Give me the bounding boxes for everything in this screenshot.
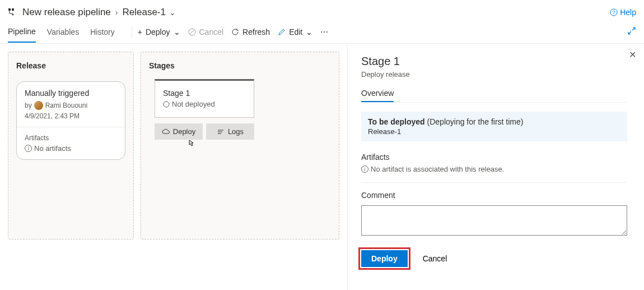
chevron-down-icon: ⌄ xyxy=(306,27,312,36)
artifacts-label: Artifacts xyxy=(25,134,117,142)
status-bold: To be deployed xyxy=(368,117,425,126)
svg-rect-1 xyxy=(12,8,14,11)
refresh-icon xyxy=(231,28,239,36)
tab-history[interactable]: History xyxy=(90,22,115,42)
breadcrumb-parent[interactable]: New release pipeline xyxy=(22,7,111,18)
refresh-label: Refresh xyxy=(242,27,270,36)
release-date: 4/9/2021, 2:43 PM xyxy=(25,112,117,120)
separator xyxy=(132,26,132,38)
refresh-button[interactable]: Refresh xyxy=(231,27,270,36)
no-artifact-msg: No artifact is associated with this rele… xyxy=(371,165,504,173)
deploy-button[interactable]: Deploy xyxy=(361,250,408,267)
circle-icon xyxy=(163,101,170,108)
deploy-panel: ✕ Stage 1 Deploy release Overview To be … xyxy=(347,44,644,290)
breadcrumb-current[interactable]: Release-1 xyxy=(123,7,166,18)
stage-deploy-label: Deploy xyxy=(173,127,195,136)
more-button[interactable]: ⋯ xyxy=(320,27,328,36)
edit-menu-button[interactable]: Edit ⌄ xyxy=(278,27,312,36)
pipeline-icon xyxy=(8,8,17,17)
logs-icon xyxy=(217,128,225,136)
release-trigger: Manually triggered xyxy=(25,89,117,98)
svg-point-6 xyxy=(164,102,169,107)
release-panel: Release Manually triggered by Rami Bouou… xyxy=(8,52,134,240)
plus-icon: + xyxy=(138,27,142,36)
help-label: Help xyxy=(620,8,636,17)
cloud-icon xyxy=(162,128,170,136)
stage-logs-label: Logs xyxy=(228,127,244,136)
stage-name: Stage 1 xyxy=(163,89,246,98)
cancel-button[interactable]: Cancel xyxy=(414,250,456,268)
stage-status-text: Not deployed xyxy=(172,100,215,108)
svg-line-5 xyxy=(190,30,194,34)
pencil-icon xyxy=(278,28,286,36)
help-link[interactable]: ? Help xyxy=(610,8,636,17)
status-note: (Deploying for the first time) xyxy=(427,117,524,126)
status-box: To be deployed (Deploying for the first … xyxy=(361,112,627,141)
tab-pipeline[interactable]: Pipeline xyxy=(8,21,36,43)
release-user: Rami Bououni xyxy=(45,102,87,109)
avatar xyxy=(34,101,43,110)
status-release: Release-1 xyxy=(368,127,620,136)
svg-text:?: ? xyxy=(613,10,615,15)
comment-label: Comment xyxy=(361,191,627,200)
stage-card[interactable]: Stage 1 Not deployed xyxy=(155,79,254,118)
svg-rect-0 xyxy=(8,8,11,11)
stage-logs-button[interactable]: Logs xyxy=(206,123,254,140)
edit-label: Edit xyxy=(289,27,302,36)
chevron-down-icon: ⌄ xyxy=(174,27,180,36)
close-button[interactable]: ✕ xyxy=(629,49,636,60)
info-icon: i xyxy=(361,165,368,173)
tab-variables[interactable]: Variables xyxy=(47,22,79,42)
breadcrumb-separator: › xyxy=(115,8,118,17)
no-artifacts: No artifacts xyxy=(34,144,71,153)
stages-panel-title: Stages xyxy=(149,61,331,70)
by-prefix: by xyxy=(25,102,32,109)
cancel-button: Cancel xyxy=(188,27,224,36)
panel-title: Stage 1 xyxy=(361,55,627,68)
comment-input[interactable] xyxy=(361,205,627,236)
deploy-menu-label: Deploy xyxy=(146,27,170,36)
info-icon: i xyxy=(25,145,32,152)
deploy-menu-button[interactable]: + Deploy ⌄ xyxy=(138,27,180,36)
cursor-icon xyxy=(186,139,196,151)
chevron-down-icon[interactable]: ⌄ xyxy=(169,8,176,17)
cancel-label: Cancel xyxy=(199,27,224,36)
tab-overview[interactable]: Overview xyxy=(361,89,394,102)
stage-deploy-button[interactable]: Deploy xyxy=(155,123,203,140)
release-card[interactable]: Manually triggered by Rami Bououni 4/9/2… xyxy=(16,81,125,160)
cancel-icon xyxy=(188,28,196,36)
panel-subtitle: Deploy release xyxy=(361,70,627,79)
expand-icon[interactable] xyxy=(627,26,636,37)
release-panel-title: Release xyxy=(16,61,125,70)
artifacts-section-label: Artifacts xyxy=(361,153,627,162)
stages-panel: Stages Stage 1 Not deployed Deploy Logs xyxy=(141,52,339,240)
